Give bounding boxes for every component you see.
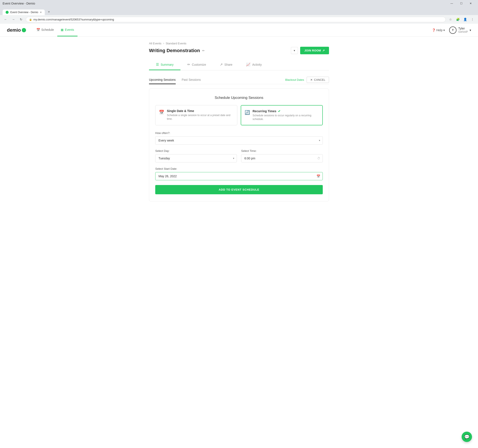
logo: demio	[7, 27, 26, 33]
select-time-label: Select Time:	[241, 149, 323, 152]
session-type-row: 📅 Single Date & Time Schedule a single s…	[155, 105, 323, 125]
nav-schedule[interactable]: 📅 Schedule	[33, 24, 57, 36]
check-icon: ✔	[278, 109, 281, 113]
help-chevron-icon: ▾	[443, 28, 445, 32]
schedule-card: Schedule Upcoming Sessions 📅 Single Date…	[149, 88, 329, 201]
breadcrumb-all-events[interactable]: All Events	[149, 42, 162, 45]
start-date-input[interactable]	[155, 172, 323, 180]
customize-icon: ✏	[187, 63, 190, 67]
edit-icon[interactable]: ✏	[202, 49, 205, 52]
schedule-title: Schedule Upcoming Sessions	[155, 96, 323, 100]
sub-tabs-row: Upcoming Sessions Past Sessions Blackout…	[149, 76, 329, 84]
back-button[interactable]: ←	[3, 16, 9, 22]
logo-dot	[22, 28, 26, 32]
page-tabs: ☰ Summary ✏ Customize ↗ Share 📈 Activity	[149, 59, 329, 70]
minimize-button[interactable]: —	[447, 0, 456, 7]
user-org: GetVoIP	[458, 30, 468, 33]
top-nav: demio 📅 Schedule ▦ Events ❓ Help ▾ T Tyl	[0, 24, 478, 37]
nav-links: 📅 Schedule ▦ Events	[33, 24, 77, 36]
page-content: All Events > Standard Events Writing Dem…	[142, 37, 336, 207]
nav-events[interactable]: ▦ Events	[57, 24, 77, 36]
select-time-input[interactable]	[241, 154, 323, 162]
single-date-label: Single Date & Time	[167, 109, 234, 113]
recurring-desc: Schedule sessions to occur regularly on …	[252, 114, 319, 121]
breadcrumb: All Events > Standard Events	[149, 42, 329, 45]
page-header: Writing Demonstration ✏ ▾ JOIN ROOM ↗	[149, 47, 329, 54]
breadcrumb-current: Standard Events	[166, 42, 186, 45]
dropdown-button[interactable]: ▾	[291, 47, 298, 54]
reload-button[interactable]: ↻	[18, 16, 24, 22]
tab-title: Event Overview - Demio	[10, 11, 38, 14]
recurring-label: Recurring Times ✔	[252, 109, 319, 113]
single-date-content: Single Date & Time Schedule a single ses…	[167, 109, 234, 121]
nav-right: ❓ Help ▾ T Tyler GetVoIP ▾	[432, 26, 471, 34]
select-time-group: Select Time: ⏱	[241, 149, 323, 162]
start-date-wrapper: 📅	[155, 172, 323, 180]
single-date-icon: 📅	[159, 110, 164, 115]
select-day-group: Select Day: Sunday Monday Tuesday Wednes…	[155, 149, 237, 162]
join-room-button[interactable]: JOIN ROOM ↗	[300, 47, 329, 54]
browser-tab-active[interactable]: Event Overview - Demio ✕	[3, 9, 45, 15]
maximize-button[interactable]: ☐	[456, 0, 466, 7]
logo-text: demio	[7, 27, 21, 33]
activity-icon: 📈	[246, 63, 250, 67]
sub-tab-past[interactable]: Past Sessions	[182, 76, 201, 84]
address-url: my.demio.com/manage/event/520653?summary…	[33, 18, 114, 21]
time-icon: ⏱	[317, 157, 320, 160]
cancel-button[interactable]: ✕ CANCEL	[307, 77, 329, 83]
new-tab-button[interactable]: +	[46, 9, 52, 15]
session-type-single[interactable]: 📅 Single Date & Time Schedule a single s…	[155, 105, 237, 125]
browser-chrome: Event Overview - Demio ✕ +	[0, 7, 478, 15]
tab-summary[interactable]: ☰ Summary	[149, 59, 180, 70]
page-title-area: Writing Demonstration ✏	[149, 48, 291, 53]
start-date-label: Select Start Date:	[155, 167, 323, 170]
external-link-icon: ↗	[322, 49, 325, 52]
tab-favicon	[6, 11, 9, 14]
tab-close-button[interactable]: ✕	[40, 11, 42, 14]
browser-actions: ☆ 🧩 👤 ⋮	[447, 16, 475, 22]
select-day-label: Select Day:	[155, 149, 237, 152]
help-button[interactable]: ❓ Help ▾	[432, 28, 445, 32]
single-date-desc: Schedule a single session to occur at a …	[167, 114, 234, 121]
extensions-button[interactable]: 🧩	[455, 16, 461, 22]
close-button[interactable]: ✕	[466, 0, 475, 7]
add-to-schedule-button[interactable]: ADD TO EVENT SCHEDULE	[155, 185, 323, 194]
more-button[interactable]: ⋮	[469, 16, 475, 22]
tab-share[interactable]: ↗ Share	[213, 59, 239, 70]
chat-bubble-button[interactable]: 💬	[462, 432, 472, 442]
user-info[interactable]: T Tyler GetVoIP ▾	[449, 26, 471, 34]
header-actions: ▾ JOIN ROOM ↗	[291, 47, 329, 54]
cancel-x-icon: ✕	[310, 78, 313, 82]
tab-activity[interactable]: 📈 Activity	[239, 59, 269, 70]
summary-icon: ☰	[156, 63, 159, 67]
chat-icon: 💬	[464, 434, 470, 439]
profile-button[interactable]: 👤	[462, 16, 468, 22]
tab-customize[interactable]: ✏ Customize	[180, 59, 213, 70]
how-often-group: How often?: Every week Every day Every m…	[155, 131, 323, 145]
calendar-icon: 📅	[316, 174, 320, 178]
address-bar[interactable]: 🔒 my.demio.com/manage/event/520653?summa…	[26, 17, 446, 22]
help-icon: ❓	[432, 28, 436, 32]
sub-tab-upcoming[interactable]: Upcoming Sessions	[149, 76, 176, 84]
user-name-block: Tyler GetVoIP	[458, 27, 468, 33]
select-day-select[interactable]: Sunday Monday Tuesday Wednesday Thursday…	[155, 154, 237, 162]
day-time-row: Select Day: Sunday Monday Tuesday Wednes…	[155, 149, 323, 162]
browser-tabs: Event Overview - Demio ✕ +	[3, 9, 475, 15]
page-title: Writing Demonstration	[149, 48, 200, 53]
browser-toolbar: ← → ↻ 🔒 my.demio.com/manage/event/520653…	[0, 15, 478, 24]
blackout-dates-button[interactable]: Blackout Dates	[285, 78, 304, 82]
lock-icon: 🔒	[29, 18, 32, 21]
share-icon: ↗	[220, 63, 223, 67]
how-often-select-wrapper: Every week Every day Every month ▾	[155, 136, 323, 145]
window-controls: — ☐ ✕	[447, 0, 475, 7]
app: demio 📅 Schedule ▦ Events ❓ Help ▾ T Tyl	[0, 24, 478, 448]
how-often-select[interactable]: Every week Every day Every month	[155, 136, 323, 145]
avatar: T	[449, 26, 456, 34]
session-type-recurring[interactable]: 🔄 Recurring Times ✔ Schedule sessions to…	[241, 105, 323, 125]
user-name: Tyler	[458, 27, 468, 30]
user-chevron-icon: ▾	[470, 28, 471, 32]
bookmark-button[interactable]: ☆	[447, 16, 453, 22]
recurring-icon: 🔄	[245, 110, 250, 115]
schedule-icon: 📅	[36, 28, 40, 32]
forward-button[interactable]: →	[10, 16, 16, 22]
